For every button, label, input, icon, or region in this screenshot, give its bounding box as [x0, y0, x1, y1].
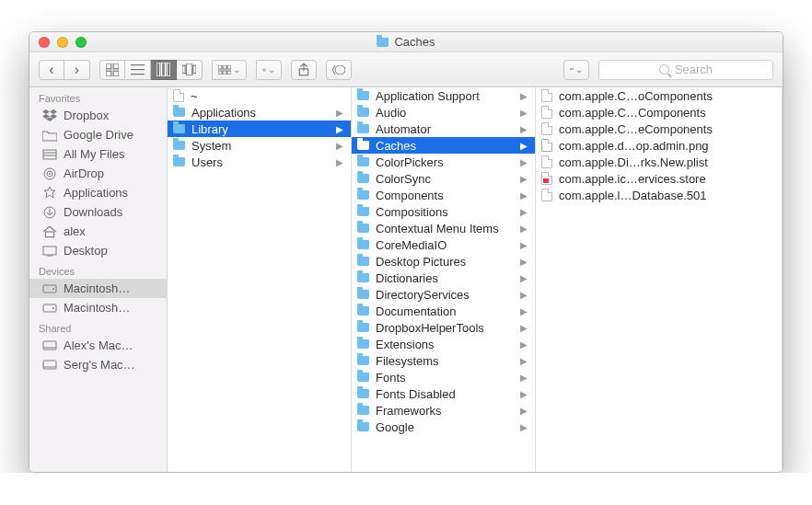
column-row[interactable]: Filesystems▶ [352, 352, 535, 369]
column-row[interactable]: Fonts▶ [352, 369, 535, 385]
arrange-button[interactable]: ⌄ [212, 60, 247, 80]
column-row[interactable]: ~ [168, 87, 351, 104]
column-row[interactable]: com.apple.ic…ervices.store [536, 170, 782, 187]
row-label: Library [191, 122, 228, 136]
sidebar-item-label: Applications [64, 186, 128, 200]
svg-rect-14 [223, 65, 226, 69]
row-label: Dictionaries [376, 271, 438, 285]
disclosure-arrow-icon: ▶ [520, 124, 531, 134]
sidebar-item[interactable]: Macintosh… [29, 298, 167, 317]
action-button[interactable]: ⌄ [256, 60, 282, 80]
column-row[interactable]: Automator▶ [352, 121, 535, 137]
column-row[interactable]: ColorPickers▶ [352, 154, 535, 170]
titlebar[interactable]: Caches [29, 32, 783, 52]
sidebar-item[interactable]: Alex's Mac… [29, 336, 167, 355]
column-row[interactable]: Dictionaries▶ [352, 270, 535, 286]
sidebar-item[interactable]: Serg's Mac… [29, 355, 167, 374]
sidebar-item[interactable]: AirDrop [29, 164, 167, 183]
column-row[interactable]: DropboxHelperTools▶ [352, 319, 535, 336]
svg-rect-1 [113, 63, 119, 69]
column-row[interactable]: Frameworks▶ [352, 402, 535, 419]
row-label: Google [376, 420, 414, 434]
sidebar-item-label: All My Files [64, 147, 124, 161]
row-label: com.apple.d…op.admin.png [559, 139, 709, 153]
row-label: com.apple.C…Components [559, 106, 706, 120]
column-row[interactable]: CoreMediaIO▶ [352, 236, 535, 253]
forward-button[interactable] [64, 60, 90, 80]
column-2[interactable]: Application Support▶Audio▶Automator▶Cach… [352, 87, 536, 472]
sidebar-item[interactable]: Dropbox [29, 106, 167, 125]
share-button[interactable] [291, 60, 317, 80]
server-icon [42, 359, 57, 372]
dropbox-button[interactable]: ⌄ [563, 60, 589, 80]
column-row[interactable]: com.apple.C…eComponents [536, 121, 782, 137]
row-label: Documentation [376, 304, 456, 318]
disclosure-arrow-icon: ▶ [336, 141, 347, 151]
column-row[interactable]: Documentation▶ [352, 303, 535, 319]
disclosure-arrow-icon: ▶ [520, 373, 531, 383]
view-column-button[interactable] [151, 60, 177, 80]
column-row[interactable]: com.apple.C…oComponents [536, 87, 782, 104]
sidebar-item[interactable]: Applications [29, 183, 167, 202]
back-button[interactable] [39, 60, 64, 80]
column-3[interactable]: com.apple.C…oComponentscom.apple.C…Compo… [536, 87, 783, 472]
sidebar-item[interactable]: alex [29, 222, 167, 241]
column-row[interactable]: Caches▶ [352, 137, 535, 154]
sidebar-item[interactable]: Google Drive [29, 125, 167, 144]
column-row[interactable]: com.apple.Di…rks.New.plist [536, 154, 782, 170]
svg-rect-12 [193, 65, 196, 74]
column-row[interactable]: Components▶ [352, 187, 535, 203]
column-row[interactable]: Audio▶ [352, 104, 535, 121]
svg-rect-3 [113, 71, 119, 76]
image-icon [541, 139, 552, 152]
store-icon [541, 172, 552, 185]
column-row[interactable]: Users▶ [168, 154, 351, 170]
nav-buttons [39, 60, 90, 80]
column-row[interactable]: Library▶ [168, 121, 351, 137]
toolbar: ⌄ ⌄ ⌄ Search [29, 52, 783, 87]
column-row[interactable]: Compositions▶ [352, 203, 535, 220]
column-row[interactable]: Applications▶ [168, 104, 351, 121]
column-row[interactable]: Extensions▶ [352, 336, 535, 352]
folder-icon [357, 190, 369, 200]
view-coverflow-button[interactable] [177, 60, 203, 80]
sidebar-item[interactable]: All My Files [29, 144, 167, 164]
row-label: CoreMediaIO [376, 238, 447, 252]
column-row[interactable]: Fonts Disabled▶ [352, 385, 535, 402]
column-row[interactable]: com.apple.d…op.admin.png [536, 137, 782, 154]
arrange-group: ⌄ [212, 60, 247, 80]
column-1[interactable]: ~Applications▶Library▶System▶Users▶ [168, 87, 352, 472]
column-row[interactable]: System▶ [168, 137, 351, 154]
sidebar-section-header: Favorites [29, 87, 167, 106]
sidebar-item-label: Macintosh… [64, 281, 130, 295]
column-row[interactable]: Google▶ [352, 419, 535, 435]
disclosure-arrow-icon: ▶ [520, 91, 531, 101]
sidebar-item[interactable]: Macintosh… [29, 279, 167, 298]
column-row[interactable]: ColorSync▶ [352, 170, 535, 187]
row-label: Applications [191, 106, 256, 120]
column-row[interactable]: DirectoryServices▶ [352, 286, 535, 303]
column-row[interactable]: com.apple.l…Database.501 [536, 187, 782, 203]
downloads-icon [42, 206, 57, 219]
view-icon-button[interactable] [99, 60, 125, 80]
document-icon [541, 106, 552, 119]
column-row[interactable]: Contextual Menu Items▶ [352, 220, 535, 236]
folder-icon [357, 323, 369, 332]
column-row[interactable]: Desktop Pictures▶ [352, 253, 535, 270]
allfiles-icon [42, 148, 57, 161]
column-row[interactable]: com.apple.C…Components [536, 104, 782, 121]
row-label: ColorSync [376, 172, 431, 186]
row-label: com.apple.l…Database.501 [559, 189, 706, 202]
sidebar-item[interactable]: Desktop [29, 241, 167, 260]
svg-rect-11 [186, 63, 191, 75]
sidebar-item[interactable]: Downloads [29, 202, 167, 222]
svg-point-51 [52, 307, 54, 309]
svg-rect-18 [227, 71, 231, 75]
svg-rect-10 [182, 65, 185, 74]
search-field[interactable]: Search [598, 60, 773, 80]
folder-icon [357, 141, 369, 150]
disclosure-arrow-icon: ▶ [520, 422, 531, 432]
tags-button[interactable] [326, 60, 352, 80]
view-list-button[interactable] [125, 60, 151, 80]
column-row[interactable]: Application Support▶ [352, 87, 535, 104]
